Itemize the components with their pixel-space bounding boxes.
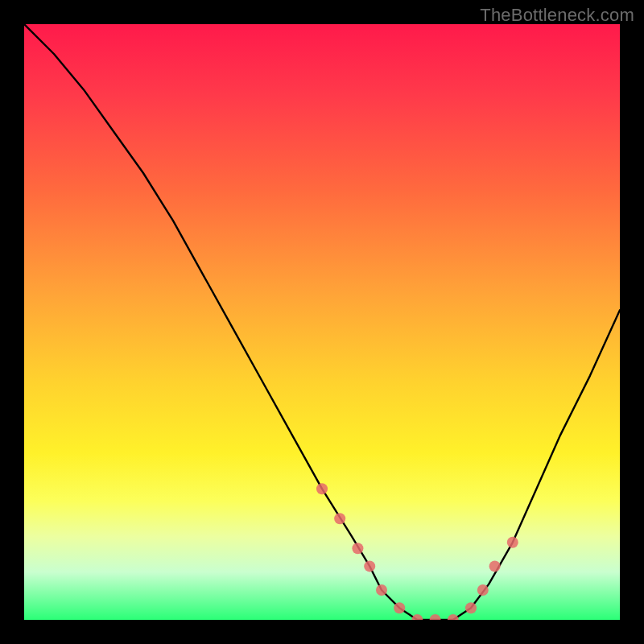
plot-area (24, 24, 620, 620)
highlight-dot (376, 584, 387, 596)
highlight-dot (465, 602, 477, 613)
highlight-dot (477, 584, 489, 596)
chart-stage: TheBottleneck.com (0, 0, 644, 644)
curve-layer (24, 24, 620, 620)
highlight-dots (316, 483, 518, 620)
highlight-dot (448, 614, 459, 620)
highlight-dot (411, 614, 423, 620)
highlight-dot (316, 483, 328, 494)
highlight-dot (507, 537, 518, 548)
bottleneck-curve (24, 24, 620, 620)
watermark-text: TheBottleneck.com (480, 5, 634, 26)
highlight-dot (334, 513, 345, 524)
highlight-dot (394, 602, 405, 613)
highlight-dot (364, 560, 375, 572)
highlight-dot (489, 560, 501, 572)
highlight-dot (430, 614, 441, 620)
highlight-dot (352, 543, 363, 554)
